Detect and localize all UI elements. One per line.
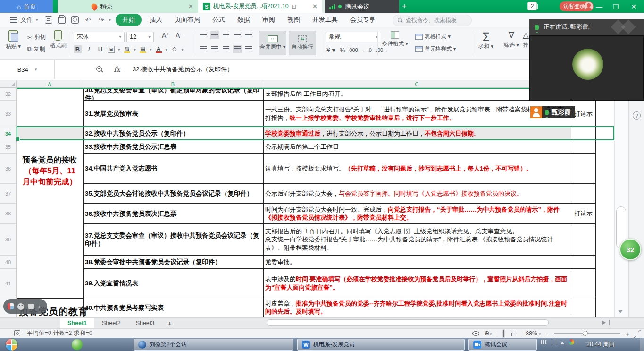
file-menu-button[interactable]: 文件 ▾ [0,16,42,24]
minimize-button[interactable]: — [592,0,606,13]
redo-icon[interactable]: ↷ [98,16,105,24]
italic-button[interactable]: I [85,45,93,53]
quick-access-chevron-icon[interactable]: ▾ [109,17,111,22]
grow-font-button[interactable]: A⁺ [162,32,170,39]
cell-c34[interactable]: 学校党委预审通过后，进行支部公示，公示日期为工作日，不包含周六日假期。 [263,127,571,140]
cell-d40[interactable] [571,256,596,269]
cell-style-button[interactable]: 单元格样式 ▾ [415,45,456,52]
cell-c38[interactable]: 时间为召开支部党员大会时间一致。完成后，向党总支打报告，“关于审批……为中共预备… [263,204,571,224]
cell-c41[interactable]: 表中涉及的时间 要准确填写（必须在学校党委批准接收为预备党员后及时举行），宣誓照… [263,269,571,298]
close-tab-icon[interactable]: ✕ [312,3,318,10]
shrink-font-button[interactable]: A⁻ [176,32,184,39]
menu-item-会员专享[interactable]: 会员专享 [344,14,382,26]
cell-b36[interactable]: 34.中国共产党入党志愿书 [83,154,263,184]
cell-c40[interactable]: 党委审批。 [263,256,571,269]
cell-a33[interactable] [17,101,83,127]
horizontal-scrollbar-thumb[interactable] [267,319,549,326]
table-style-button[interactable]: 表格样式 ▾ [415,33,451,40]
cell-b40[interactable]: 38.党委会审批中共预备党员会议记录（复印件） [83,256,263,269]
taskbar-button-1[interactable]: 刘微第2个会话 [134,339,293,351]
input-method-icon[interactable] [541,340,547,344]
close-tab-icon[interactable]: ✕ [188,3,193,10]
cut-button[interactable]: ✂ 剪切 [27,34,46,42]
formula-content[interactable]: 32.接收中共预备党员公示（复印件） [133,65,233,74]
cell-b38[interactable]: 36.接收中共预备党员表决汇总票 [83,204,263,224]
cell-d41[interactable] [571,269,596,298]
cell-a34[interactable] [17,127,83,140]
normal-view-button[interactable] [502,329,505,338]
help-icon[interactable]: ? [633,111,641,120]
number-format-select[interactable]: 常规▾ [326,32,381,42]
highlight-color-icon[interactable]: ▤ [139,46,146,53]
cell-d38[interactable]: 打请示 [571,204,596,224]
taskbar-clock[interactable]: 20:44 周四 [586,341,615,349]
zoom-out-formula-icon[interactable] [96,66,103,73]
cell-b42[interactable]: 40.中共预备党员考察写实表 [83,298,263,317]
align-middle-icon[interactable] [211,33,218,38]
print-preview-icon[interactable] [71,16,79,24]
distribute-icon[interactable] [245,46,252,51]
menu-item-视图[interactable]: 视图 [281,14,306,26]
cell-b39[interactable]: 37.党总支支委会审查（审议）接收中共预备党员会议记录（复印件） [83,224,263,256]
align-right-icon[interactable] [223,46,229,51]
copy-button[interactable]: ⧉ 复制 [27,45,45,53]
cell-d35[interactable] [571,140,596,154]
filter-button[interactable]: ∇ 筛选 ▾ [504,30,519,49]
print-icon[interactable] [58,16,66,24]
cell-c35[interactable]: 公示期满后的第二个工作日 [263,140,571,154]
align-top-icon[interactable] [200,33,207,38]
cell-b34[interactable]: 32.接收中共预备党员公示（复印件） [83,127,263,140]
menu-item-审阅[interactable]: 审阅 [256,14,281,26]
increase-indent-icon[interactable] [245,33,252,38]
cell-c33[interactable]: 一式三份。支部向党总支打报告“关于对……进行预审的请示”，附件发展党员预审表，附… [263,101,571,127]
row-header-36[interactable]: 36 [0,154,17,184]
row-header-37[interactable]: 37 [0,184,17,204]
sort-button[interactable]: △ 排 [523,30,529,49]
scrollbar-resize-handle[interactable] [609,320,611,325]
menu-item-开发工具[interactable]: 开发工具 [306,14,344,26]
show-desktop-button[interactable] [640,338,644,351]
menu-item-插入[interactable]: 插入 [143,14,168,26]
select-all-corner[interactable] [0,80,17,87]
zoom-in-button[interactable]: + [625,330,629,338]
cell-a32[interactable] [17,88,83,101]
chat-icon[interactable] [28,304,34,309]
cell-a39[interactable] [17,224,83,256]
cell-b32[interactable]: 30.党总支支委会审查（审议）确定预审对象的会议记录（复印件） [83,88,263,101]
borders-icon[interactable]: ⊞ [108,46,115,53]
cell-a41[interactable] [17,269,83,298]
tray-app-icon[interactable] [569,339,574,345]
paste-button[interactable]: 粘贴 ▾ [6,30,21,50]
row-header-40[interactable]: 40 [0,256,17,269]
start-button[interactable] [6,339,17,351]
sheet-tab-sheet1[interactable]: Sheet1 [60,318,94,329]
restore-button[interactable]: ❐ [609,0,623,13]
merge-center-button[interactable]: 合并居中 ▾ [259,31,286,55]
scroll-right-arrow-icon[interactable] [602,321,608,325]
cell-name-box[interactable]: B34 ▾ [0,60,55,79]
floating-app-widget[interactable]: ‹ [3,299,47,314]
cell-c42[interactable]: 封皮盖章，批准为中共预备党员的党委--齐齐哈尔工程学院党委,批准时间看入党志愿书… [263,298,571,317]
add-sheet-button[interactable]: + [167,319,172,327]
row-header-38[interactable]: 38 [0,204,17,224]
percent-format-icon[interactable]: % [340,47,345,54]
zoom-out-button[interactable]: − [545,330,550,338]
cell-d39[interactable] [571,224,596,256]
format-painter-button[interactable]: 格式刷 [50,30,67,49]
tab-home[interactable]: ⌂ 首页 [0,0,53,13]
new-tab-button[interactable]: + [399,1,410,11]
tencent-meeting-overlay[interactable]: 正在讲话: 甄彩霞; 甄彩霞 [529,19,644,101]
sum-button[interactable]: ∑ 求和 ▾ [478,30,493,50]
bold-button[interactable]: B [74,45,82,53]
undo-icon[interactable]: ↶ [84,16,92,24]
decrease-decimal-icon[interactable]: ←.0 [362,47,372,53]
cell-d37[interactable] [571,184,596,204]
tab-spreadsheet-active[interactable]: S 机电系-发展党员...项2021.10 ⊡ ✕ [198,0,322,13]
cell-a38[interactable] [17,204,83,224]
sheet-tab-sheet2[interactable]: Sheet2 [94,318,128,329]
fx-icon[interactable]: fx [114,65,120,74]
cell-a40[interactable] [17,256,83,269]
row-header-33[interactable]: 33 [0,101,17,127]
taskbar-button-2[interactable]: W机电系-发展党员 [297,339,465,351]
row-header-35[interactable]: 35 [0,140,17,154]
